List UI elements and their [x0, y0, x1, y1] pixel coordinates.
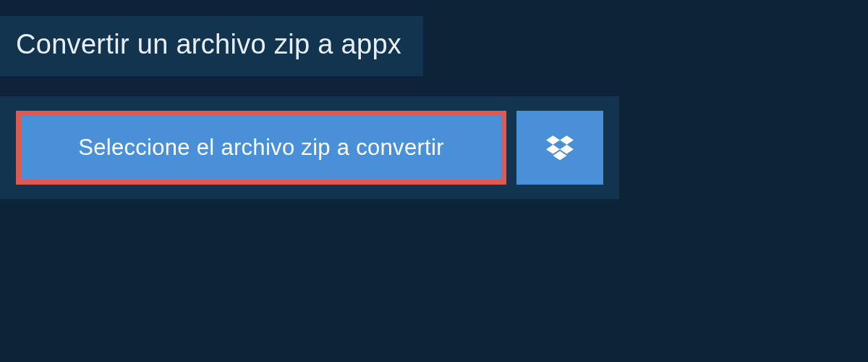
page-title: Convertir un archivo zip a appx	[16, 29, 401, 60]
dropbox-icon	[546, 133, 574, 163]
title-bar: Convertir un archivo zip a appx	[0, 16, 423, 76]
dropbox-button[interactable]	[516, 111, 603, 185]
select-file-button[interactable]: Seleccione el archivo zip a convertir	[16, 111, 506, 185]
select-file-label: Seleccione el archivo zip a convertir	[78, 135, 444, 161]
file-action-panel: Seleccione el archivo zip a convertir	[0, 96, 619, 199]
